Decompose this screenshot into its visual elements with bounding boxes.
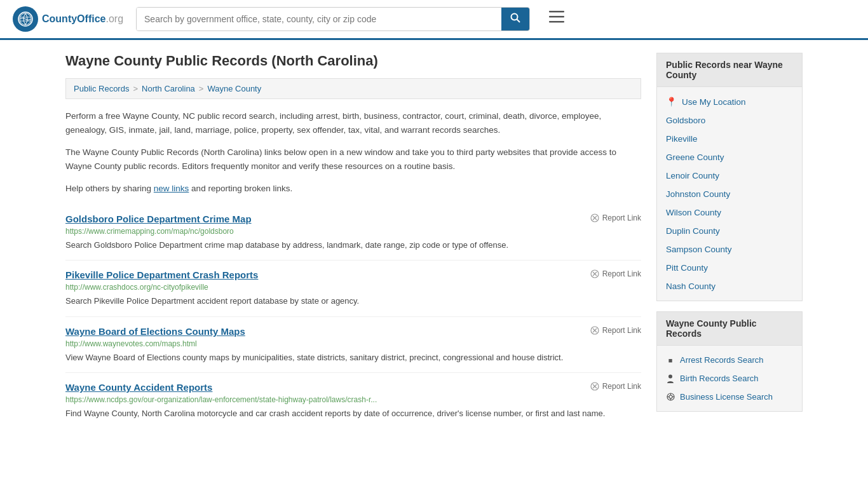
report-icon — [590, 269, 599, 278]
logo-text: CountyOffice.org — [42, 13, 123, 25]
svg-rect-5 — [549, 21, 564, 23]
record-item: Wayne Board of Elections County Maps Rep… — [65, 317, 641, 374]
record-url: https://www.ncdps.gov/our-organization/l… — [65, 395, 641, 404]
business-license-link[interactable]: Business License Search — [680, 392, 773, 402]
sidebar-records-title: Wayne County Public Records — [657, 312, 802, 346]
content-area: Wayne County Public Records (North Carol… — [65, 53, 641, 429]
record-desc: View Wayne Board of Elections county map… — [65, 351, 641, 364]
record-title[interactable]: Wayne Board of Elections County Maps — [65, 326, 245, 337]
location-pin-icon: 📍 — [666, 97, 677, 107]
report-icon — [590, 214, 599, 222]
svg-rect-3 — [549, 11, 564, 13]
sidebar-birth-records[interactable]: Birth Records Search — [657, 369, 802, 388]
record-title[interactable]: Wayne County Accident Reports — [65, 382, 212, 393]
record-title[interactable]: Pikeville Police Department Crash Report… — [65, 269, 258, 280]
sidebar-item-lenoir-county[interactable]: Lenoir County — [657, 166, 802, 185]
greene-county-link[interactable]: Greene County — [666, 152, 724, 162]
breadcrumb-north-carolina[interactable]: North Carolina — [142, 84, 195, 93]
report-icon — [590, 382, 599, 391]
record-desc: Search Goldsboro Police Department crime… — [65, 239, 641, 252]
report-link[interactable]: Report Link — [590, 214, 641, 222]
search-bar — [136, 7, 530, 31]
sidebar-records-section: Wayne County Public Records ■ Arrest Rec… — [656, 311, 803, 412]
logo-icon — [13, 6, 38, 32]
report-link[interactable]: Report Link — [590, 326, 641, 335]
record-item: Goldsboro Police Department Crime Map Re… — [65, 205, 641, 261]
site-header: CountyOffice.org — [0, 0, 868, 40]
arrest-icon: ■ — [666, 356, 675, 365]
svg-point-1 — [512, 14, 518, 20]
svg-point-20 — [669, 395, 672, 398]
sidebar-item-greene-county[interactable]: Greene County — [657, 148, 802, 166]
record-desc: Search Pikeville Police Department accid… — [65, 295, 641, 308]
sidebar-item-use-my-location[interactable]: 📍 Use My Location — [657, 92, 802, 111]
birth-records-link[interactable]: Birth Records Search — [680, 374, 759, 383]
description-para3-suffix: and reporting broken links. — [189, 184, 292, 193]
sidebar-item-pitt-county[interactable]: Pitt County — [657, 259, 802, 277]
record-header: Wayne County Accident Reports Report Lin… — [65, 382, 641, 393]
sidebar-nearby-body: 📍 Use My Location Goldsboro Pikeville Gr… — [657, 87, 802, 301]
business-icon — [666, 393, 675, 402]
search-input[interactable] — [137, 8, 501, 30]
record-url: http://www.waynevotes.com/maps.html — [65, 339, 641, 348]
arrest-records-link[interactable]: Arrest Records Search — [680, 355, 764, 365]
report-link[interactable]: Report Link — [590, 382, 641, 391]
svg-rect-4 — [549, 16, 564, 18]
description-para2: The Wayne County Public Records (North C… — [65, 146, 641, 173]
wilson-county-link[interactable]: Wilson County — [666, 208, 721, 217]
johnston-county-link[interactable]: Johnston County — [666, 189, 730, 199]
report-icon — [590, 326, 599, 335]
sidebar-records-body: ■ Arrest Records Search Birth Records Se… — [657, 346, 802, 411]
pitt-county-link[interactable]: Pitt County — [666, 263, 708, 273]
record-url: http://www.crashdocs.org/nc-cityofpikevi… — [65, 283, 641, 292]
goldsboro-link[interactable]: Goldsboro — [666, 116, 705, 125]
report-link[interactable]: Report Link — [590, 269, 641, 278]
record-item: Wayne County Accident Reports Report Lin… — [65, 373, 641, 429]
sidebar-nearby-section: Public Records near Wayne County 📍 Use M… — [656, 53, 803, 301]
sidebar-nearby-title: Public Records near Wayne County — [657, 53, 802, 87]
sidebar-item-nash-county[interactable]: Nash County — [657, 277, 802, 295]
sidebar-item-sampson-county[interactable]: Sampson County — [657, 240, 802, 259]
nash-county-link[interactable]: Nash County — [666, 281, 715, 291]
sidebar-item-pikeville[interactable]: Pikeville — [657, 130, 802, 148]
svg-point-18 — [668, 374, 672, 378]
sidebar: Public Records near Wayne County 📍 Use M… — [656, 53, 803, 429]
record-url: https://www.crimemapping.com/map/nc/gold… — [65, 227, 641, 236]
breadcrumb-public-records[interactable]: Public Records — [74, 84, 129, 93]
sidebar-arrest-records[interactable]: ■ Arrest Records Search — [657, 351, 802, 369]
record-header: Goldsboro Police Department Crime Map Re… — [65, 214, 641, 224]
breadcrumb-sep-2: > — [199, 84, 204, 93]
sidebar-item-johnston-county[interactable]: Johnston County — [657, 185, 802, 203]
description-para3-prefix: Help others by sharing — [65, 184, 154, 193]
hamburger-menu[interactable] — [549, 11, 564, 27]
record-header: Wayne Board of Elections County Maps Rep… — [65, 326, 641, 337]
svg-line-2 — [517, 20, 520, 23]
sidebar-business-license[interactable]: Business License Search — [657, 388, 802, 406]
records-list: Goldsboro Police Department Crime Map Re… — [65, 205, 641, 429]
breadcrumb-sep-1: > — [133, 84, 138, 93]
record-item: Pikeville Police Department Crash Report… — [65, 261, 641, 317]
record-title[interactable]: Goldsboro Police Department Crime Map — [65, 214, 252, 224]
description-para3: Help others by sharing new links and rep… — [65, 182, 641, 196]
record-header: Pikeville Police Department Crash Report… — [65, 269, 641, 280]
sidebar-item-goldsboro[interactable]: Goldsboro — [657, 111, 802, 130]
lenoir-county-link[interactable]: Lenoir County — [666, 171, 719, 180]
birth-icon — [666, 374, 675, 383]
page-title: Wayne County Public Records (North Carol… — [65, 53, 641, 69]
sidebar-item-duplin-county[interactable]: Duplin County — [657, 222, 802, 240]
sampson-county-link[interactable]: Sampson County — [666, 245, 732, 254]
site-logo[interactable]: CountyOffice.org — [13, 6, 123, 32]
use-my-location-link[interactable]: Use My Location — [682, 97, 746, 107]
search-button[interactable] — [501, 8, 529, 30]
new-links-link[interactable]: new links — [154, 184, 189, 193]
main-container: Wayne County Public Records (North Carol… — [53, 40, 815, 442]
breadcrumb: Public Records > North Carolina > Wayne … — [65, 78, 641, 99]
record-desc: Find Wayne County, North Carolina motorc… — [65, 407, 641, 420]
breadcrumb-wayne-county[interactable]: Wayne County — [207, 84, 261, 93]
sidebar-item-wilson-county[interactable]: Wilson County — [657, 203, 802, 222]
description-para1: Perform a free Wayne County, NC public r… — [65, 109, 641, 137]
pikeville-link[interactable]: Pikeville — [666, 134, 698, 144]
duplin-county-link[interactable]: Duplin County — [666, 226, 720, 236]
